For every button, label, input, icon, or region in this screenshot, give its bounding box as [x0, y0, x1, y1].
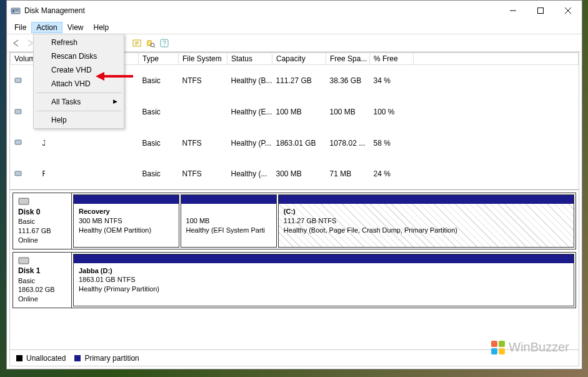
svg-rect-1	[12, 9, 14, 13]
disk-header[interactable]: Disk 1Basic1863.02 GBOnline	[13, 253, 72, 308]
window-controls	[499, 1, 582, 20]
partition-container: Jabba (D:)1863.01 GB NTFSHealthy (Primar…	[72, 253, 576, 308]
svg-line-11	[154, 46, 155, 48]
volume-status: Healthy (P...	[227, 128, 272, 159]
col-freespace[interactable]: Free Spa...	[326, 53, 370, 65]
volume-status: Healthy (...	[227, 158, 272, 189]
disk-row[interactable]: Disk 1Basic1863.02 GBOnlineJabba (D:)186…	[12, 252, 576, 309]
partition-bar	[279, 195, 574, 204]
volume-free: 38.36 GB	[326, 65, 370, 97]
partition-bar	[74, 195, 179, 204]
watermark: WinBuzzer	[491, 340, 569, 354]
volume-fs	[179, 96, 227, 128]
volume-fs: NTFS	[179, 158, 227, 189]
menubar: File Action View Help	[7, 21, 582, 34]
volume-pct: 100 %	[370, 96, 414, 128]
menu-all-tasks[interactable]: All Tasks▶	[35, 95, 122, 109]
legend-primary-label: Primary partition	[84, 354, 139, 363]
close-button[interactable]	[554, 1, 582, 20]
submenu-arrow-icon: ▶	[113, 98, 117, 104]
volume-row[interactable]: ReBasicNTFSHealthy (...300 MB71 MB24 %	[11, 158, 579, 189]
svg-rect-18	[19, 198, 29, 204]
annotation-arrow	[96, 70, 133, 83]
menu-refresh[interactable]: Refresh	[35, 36, 122, 49]
menu-view[interactable]: View	[62, 22, 89, 33]
volume-icon	[11, 128, 39, 159]
partition[interactable]: Recovery300 MB NTFSHealthy (OEM Partitio…	[73, 194, 179, 248]
col-status[interactable]: Status	[227, 53, 272, 65]
volume-type: Basic	[139, 65, 179, 97]
volume-capacity: 300 MB	[272, 158, 326, 189]
volume-fs: NTFS	[179, 65, 227, 97]
svg-marker-21	[96, 72, 104, 81]
svg-rect-3	[15, 11, 19, 11]
volume-pct: 58 %	[370, 128, 414, 159]
volume-name: Re	[39, 158, 45, 189]
volume-icon	[11, 158, 39, 189]
volume-fs: NTFS	[179, 128, 227, 159]
help-icon[interactable]: ?	[157, 36, 171, 50]
volume-type: Basic	[139, 128, 179, 159]
svg-text:?: ?	[162, 40, 166, 47]
disk-map-pane[interactable]: Disk 0Basic111.67 GBOnlineRecovery300 MB…	[10, 190, 579, 349]
volume-row[interactable]: JabBasicNTFSHealthy (P...1863.01 GB1078.…	[11, 128, 579, 159]
menu-help[interactable]: Help	[35, 113, 122, 127]
svg-rect-14	[15, 78, 21, 83]
volume-type: Basic	[139, 158, 179, 189]
partition[interactable]: 100 MBHealthy (EFI System Parti	[181, 194, 277, 248]
volume-status: Healthy (E...	[227, 96, 272, 128]
volume-status: Healthy (B...	[227, 65, 272, 97]
volume-name: Jab	[39, 128, 45, 159]
volume-free: 1078.02 ...	[326, 128, 370, 159]
volume-capacity: 111.27 GB	[272, 65, 326, 97]
col-capacity[interactable]: Capacity	[272, 53, 326, 65]
svg-rect-17	[15, 171, 21, 176]
svg-rect-5	[538, 8, 544, 14]
app-icon	[11, 6, 21, 16]
svg-rect-2	[15, 9, 19, 10]
col-filesystem[interactable]: File System	[179, 53, 227, 65]
svg-rect-16	[15, 140, 21, 144]
partition[interactable]: (C:)111.27 GB NTFSHealthy (Boot, Page Fi…	[278, 194, 574, 248]
volume-type: Basic	[139, 96, 179, 128]
volume-pct: 24 %	[370, 158, 414, 189]
legend-primary-swatch	[74, 355, 81, 361]
window-title: Disk Management	[24, 6, 499, 15]
legend-unallocated-swatch	[16, 355, 22, 361]
watermark-text: WinBuzzer	[509, 340, 569, 354]
menu-separator	[36, 111, 121, 111]
disk-header[interactable]: Disk 0Basic111.67 GBOnline	[13, 193, 72, 249]
partition-bar	[181, 195, 276, 204]
volume-capacity: 1863.01 GB	[272, 128, 326, 159]
properties-icon[interactable]	[144, 36, 157, 50]
titlebar[interactable]: Disk Management	[7, 1, 582, 21]
svg-rect-19	[19, 258, 29, 264]
menu-file[interactable]: File	[9, 22, 31, 33]
menu-help[interactable]: Help	[89, 22, 114, 33]
volume-free: 100 MB	[326, 96, 370, 128]
volume-free: 71 MB	[326, 158, 370, 189]
partition-info: Jabba (D:)1863.01 GB NTFSHealthy (Primar…	[74, 263, 574, 306]
disk-row[interactable]: Disk 0Basic111.67 GBOnlineRecovery300 MB…	[12, 193, 576, 249]
col-pctfree[interactable]: % Free	[370, 53, 414, 65]
menu-separator	[36, 93, 121, 93]
partition-info: 100 MBHealthy (EFI System Parti	[181, 204, 276, 247]
menu-action[interactable]: Action	[31, 22, 62, 33]
volume-pct: 34 %	[370, 65, 414, 97]
partition-info: (C:)111.27 GB NTFSHealthy (Boot, Page Fi…	[279, 204, 574, 247]
volume-capacity: 100 MB	[272, 96, 326, 128]
partition[interactable]: Jabba (D:)1863.01 GB NTFSHealthy (Primar…	[73, 254, 574, 307]
refresh-icon[interactable]	[130, 36, 144, 50]
legend-unallocated-label: Unallocated	[26, 354, 66, 363]
partition-info: Recovery300 MB NTFSHealthy (OEM Partitio…	[74, 204, 179, 247]
menu-rescan-disks[interactable]: Rescan Disks	[35, 49, 122, 63]
maximize-button[interactable]	[527, 1, 554, 20]
svg-rect-15	[15, 109, 21, 114]
minimize-button[interactable]	[499, 1, 527, 20]
partition-container: Recovery300 MB NTFSHealthy (OEM Partitio…	[72, 193, 576, 249]
back-button[interactable]	[9, 36, 23, 50]
winbuzzer-logo-icon	[491, 341, 505, 354]
col-type[interactable]: Type	[139, 53, 179, 65]
partition-bar	[74, 254, 574, 263]
col-blank[interactable]	[414, 53, 579, 65]
